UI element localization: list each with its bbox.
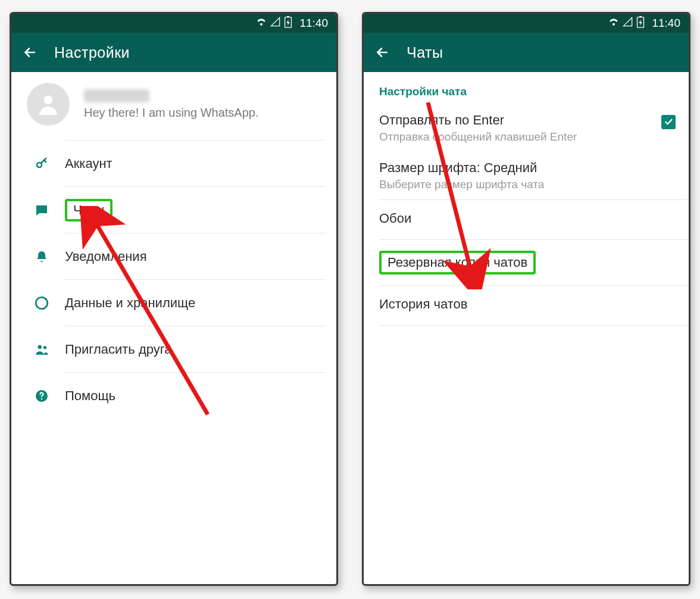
chat-setting-wallpaper[interactable]: Обои [364, 200, 689, 239]
highlight-backup: Резервная копия чатов [379, 251, 536, 274]
svg-point-8 [41, 398, 42, 399]
screenshot-settings: 11:40 Настройки Hey there! I am using Wh… [10, 12, 338, 586]
svg-rect-1 [288, 16, 290, 17]
back-icon[interactable] [22, 45, 38, 60]
settings-label: Данные и хранилище [65, 295, 195, 311]
page-title: Чаты [407, 44, 443, 61]
signal-icon [270, 16, 282, 30]
settings-label: Аккаунт [65, 156, 112, 171]
people-icon [33, 341, 51, 358]
setting-primary: Отправлять по Enter [379, 113, 577, 128]
avatar [27, 83, 70, 126]
setting-primary: Размер шрифта: Средний [379, 160, 544, 176]
status-bar: 11:40 [364, 14, 689, 33]
battery-icon [284, 16, 292, 30]
battery-icon [636, 16, 645, 30]
back-icon[interactable] [374, 45, 390, 60]
settings-label: Пригласить друга [65, 342, 172, 357]
profile-status: Hey there! I am using WhatsApp. [84, 106, 258, 120]
setting-primary: Резервная копия чатов [388, 255, 527, 270]
settings-label: Чаты [73, 202, 104, 217]
bell-icon [33, 248, 51, 266]
signal-icon [622, 16, 634, 30]
setting-primary: История чатов [379, 297, 467, 312]
chat-setting-backup[interactable]: Резервная копия чатов [364, 240, 689, 285]
wifi-icon [255, 16, 267, 30]
svg-point-2 [44, 95, 53, 104]
settings-label: Уведомления [65, 249, 147, 264]
settings-item-data[interactable]: Данные и хранилище [65, 279, 326, 326]
section-header: Настройки чата [364, 72, 689, 104]
wifi-icon [608, 16, 620, 30]
settings-item-invite[interactable]: Пригласить друга [65, 326, 326, 372]
highlight-chats: Чаты [65, 199, 112, 221]
app-bar: Чаты [364, 33, 689, 72]
screenshot-chats: 11:40 Чаты Настройки чата Отправлять по … [362, 12, 690, 586]
settings-item-account[interactable]: Аккаунт [65, 140, 326, 186]
key-icon [33, 155, 51, 173]
svg-rect-11 [640, 16, 642, 17]
divider [379, 325, 689, 326]
status-bar: 11:40 [11, 14, 336, 33]
help-icon [33, 387, 51, 405]
chat-icon [33, 201, 51, 219]
settings-item-notifications[interactable]: Уведомления [65, 233, 326, 279]
app-bar: Настройки [11, 33, 336, 72]
setting-secondary: Выберите размер шрифта чата [379, 178, 544, 191]
setting-primary: Обои [379, 211, 411, 226]
data-icon [33, 294, 51, 312]
setting-secondary: Отправка сообщений клавишей Enter [379, 130, 577, 143]
status-time: 11:40 [652, 17, 680, 30]
chat-setting-enter[interactable]: Отправлять по Enter Отправка сообщений к… [364, 104, 689, 152]
settings-item-help[interactable]: Помощь [65, 372, 326, 419]
svg-point-5 [38, 345, 42, 349]
settings-item-chats[interactable]: Чаты [65, 186, 326, 233]
chat-setting-font[interactable]: Размер шрифта: Средний Выберите размер ш… [364, 152, 689, 199]
chat-setting-history[interactable]: История чатов [364, 286, 689, 325]
checkbox-checked-icon[interactable] [661, 115, 676, 129]
profile-name-blurred [84, 89, 149, 102]
profile-row[interactable]: Hey there! I am using WhatsApp. [11, 72, 336, 140]
status-time: 11:40 [299, 17, 328, 30]
page-title: Настройки [54, 44, 130, 61]
settings-label: Помощь [65, 388, 115, 404]
svg-point-6 [43, 346, 46, 349]
